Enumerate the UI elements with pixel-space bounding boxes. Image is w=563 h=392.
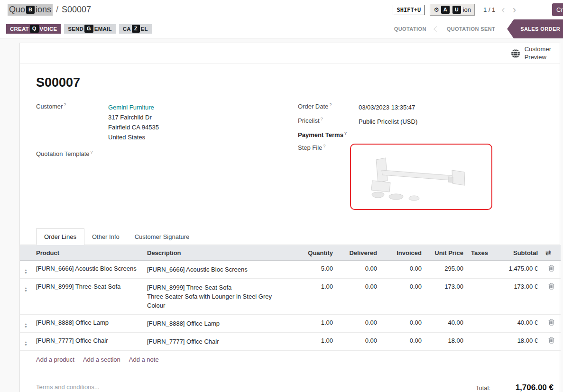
- delete-line-icon[interactable]: [548, 337, 554, 344]
- shortcut-badge-z: Z: [132, 25, 140, 32]
- order-line-row[interactable]: ▲▼ [FURN_8999] Three-Seat Sofa [FURN_899…: [20, 279, 561, 315]
- optional-columns-icon[interactable]: ⇄: [545, 249, 551, 256]
- cell-unit-price[interactable]: 295.00: [425, 261, 467, 279]
- total-label: Total:: [476, 384, 490, 392]
- cell-invoiced[interactable]: 0.00: [381, 315, 425, 333]
- kbd-hint-shift-u: SHIFT+U: [393, 5, 425, 15]
- cell-unit-price[interactable]: 40.00: [425, 315, 467, 333]
- field-label-quotation-template: Quotation Template?: [36, 150, 108, 157]
- cell-invoiced[interactable]: 0.00: [381, 261, 425, 279]
- cell-unit-price[interactable]: 18.00: [425, 333, 467, 351]
- cell-product[interactable]: [FURN_8999] Three-Seat Sofa: [32, 279, 143, 315]
- send-email-button[interactable]: SENDGEMAIL: [64, 24, 115, 34]
- order-line-row[interactable]: ▲▼ [FURN_6666] Acoustic Bloc Screens [FU…: [20, 261, 561, 279]
- breadcrumb-quotations-text-left: Quo: [9, 5, 25, 15]
- add-product-link[interactable]: Add a product: [36, 356, 74, 363]
- stage-quotation-sent[interactable]: QUOTATION SENT: [439, 26, 503, 32]
- order-line-row[interactable]: ▲▼ [FURN_8888] Office Lamp [FURN_8888] O…: [20, 315, 561, 333]
- terms-placeholder[interactable]: Terms and conditions...: [36, 383, 100, 391]
- tab-other-info[interactable]: Other Info: [84, 229, 127, 245]
- stage-quotation[interactable]: QUOTATION: [386, 26, 434, 32]
- field-payment-terms: Payment Terms?: [298, 131, 544, 139]
- header-options: ⇄: [542, 245, 561, 261]
- cell-subtotal: 40.00 €: [493, 315, 542, 333]
- step-file-3d-render: [367, 152, 476, 202]
- drag-handle-icon[interactable]: ▲▼: [24, 323, 28, 328]
- cell-delivered[interactable]: 0.00: [337, 261, 381, 279]
- statusbar: QUOTATION QUOTATION SENT SALES ORDER: [386, 19, 563, 38]
- header-unit-price: Unit Price: [425, 245, 467, 261]
- cell-product[interactable]: [FURN_8888] Office Lamp: [32, 315, 143, 333]
- cell-quantity[interactable]: 5.00: [294, 261, 337, 279]
- order-date-value[interactable]: 03/03/2023 13:35:47: [359, 102, 415, 112]
- create-invoice-button[interactable]: CREATQVOICE: [6, 24, 61, 34]
- drag-handle-icon[interactable]: ▲▼: [24, 287, 28, 292]
- cell-description[interactable]: [FURN_8888] Office Lamp: [143, 315, 294, 333]
- cancel-button[interactable]: CAZEL: [119, 24, 152, 34]
- cell-taxes[interactable]: [467, 279, 493, 315]
- corner-clipped-button[interactable]: Cr: [552, 3, 563, 16]
- cell-subtotal: 18.00 €: [493, 333, 542, 351]
- header-delivered: Delivered: [337, 245, 381, 261]
- field-pricelist: Pricelist? Public Pricelist (USD): [298, 117, 544, 127]
- toolbar-buttons: CREATQVOICE SENDGEMAIL CAZEL: [6, 19, 152, 38]
- cell-product[interactable]: [FURN_6666] Acoustic Bloc Screens: [32, 261, 143, 279]
- pricelist-value[interactable]: Public Pricelist (USD): [359, 117, 417, 127]
- gear-icon: ⚙: [434, 6, 439, 13]
- cell-invoiced[interactable]: 0.00: [381, 279, 425, 315]
- stage-sales-order-active[interactable]: SALES ORDER: [507, 19, 563, 38]
- pager-next-icon[interactable]: ›: [511, 5, 517, 15]
- add-note-link[interactable]: Add a note: [129, 356, 159, 363]
- order-line-row[interactable]: ▲▼ [FURN_7777] Office Chair [FURN_7777] …: [20, 333, 561, 351]
- cell-quantity[interactable]: 1.00: [294, 279, 337, 315]
- step-file-image[interactable]: [350, 144, 492, 210]
- help-icon: ?: [323, 144, 325, 148]
- field-label-pricelist: Pricelist?: [298, 117, 359, 124]
- breadcrumb-quotations-text-right: ions: [36, 5, 51, 15]
- delete-line-icon[interactable]: [548, 283, 554, 290]
- help-icon: ?: [321, 117, 323, 121]
- field-label-payment-terms: Payment Terms?: [298, 131, 359, 138]
- add-section-link[interactable]: Add a section: [83, 356, 120, 363]
- customer-link[interactable]: Gemini Furniture: [108, 102, 159, 112]
- shortcut-badge-a: A: [441, 6, 450, 13]
- help-icon: ?: [64, 102, 66, 107]
- customer-preview-button[interactable]: Customer Preview: [511, 46, 551, 61]
- breadcrumb-quotations[interactable]: Quo B ions: [8, 4, 53, 16]
- cell-quantity[interactable]: 1.00: [294, 315, 337, 333]
- delete-line-icon[interactable]: [548, 319, 554, 326]
- cell-taxes[interactable]: [467, 333, 493, 351]
- tab-customer-signature[interactable]: Customer Signature: [127, 229, 197, 245]
- tab-order-lines[interactable]: Order Lines: [36, 228, 84, 245]
- help-icon: ?: [344, 131, 347, 136]
- cell-delivered[interactable]: 0.00: [337, 315, 381, 333]
- cell-delivered[interactable]: 0.00: [337, 279, 381, 315]
- content-area: Customer Preview S00007 Customer? Gemini…: [0, 38, 563, 392]
- cell-product[interactable]: [FURN_7777] Office Chair: [32, 333, 143, 351]
- form-sheet: Customer Preview S00007 Customer? Gemini…: [19, 43, 560, 392]
- cell-delivered[interactable]: 0.00: [337, 333, 381, 351]
- field-quotation-template: Quotation Template?: [36, 150, 283, 158]
- form-toolbar: CREATQVOICE SENDGEMAIL CAZEL QUOTATION Q…: [0, 19, 563, 38]
- cell-unit-price[interactable]: 173.00: [425, 279, 467, 315]
- cell-taxes[interactable]: [467, 315, 493, 333]
- header-description: Description: [143, 245, 294, 261]
- action-menu-button[interactable]: ⚙ A U ion: [430, 4, 475, 15]
- pager-counter: 1 / 1: [483, 6, 495, 13]
- breadcrumb-separator: /: [56, 5, 58, 15]
- notebook-tabs: Order Lines Other Info Customer Signatur…: [20, 228, 560, 245]
- drag-handle-icon[interactable]: ▲▼: [24, 269, 28, 274]
- cell-description[interactable]: [FURN_7777] Office Chair: [143, 333, 294, 351]
- cell-quantity[interactable]: 1.00: [294, 333, 337, 351]
- pager-previous-icon[interactable]: ‹: [500, 5, 506, 15]
- drag-handle-icon[interactable]: ▲▼: [24, 341, 28, 346]
- sheet-footer: Terms and conditions... Total: 1,706.00 …: [20, 369, 560, 392]
- field-label-order-date: Order Date?: [298, 102, 359, 110]
- cell-description[interactable]: [FURN_6666] Acoustic Bloc Screens: [143, 261, 294, 279]
- header-quantity: Quantity: [294, 245, 337, 261]
- cell-invoiced[interactable]: 0.00: [381, 333, 425, 351]
- cell-taxes[interactable]: [467, 261, 493, 279]
- field-order-date: Order Date? 03/03/2023 13:35:47: [298, 102, 544, 112]
- delete-line-icon[interactable]: [548, 265, 554, 272]
- cell-description[interactable]: [FURN_8999] Three-Seat Sofa Three Seater…: [143, 279, 294, 315]
